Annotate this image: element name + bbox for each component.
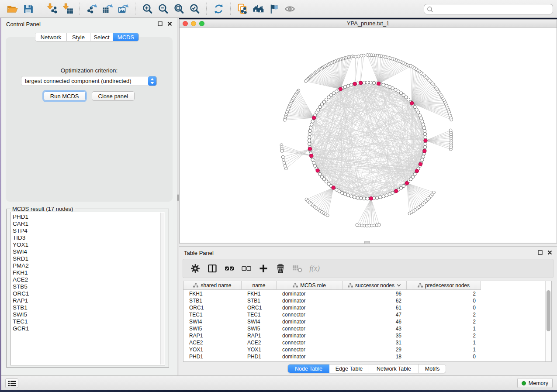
hide-graphics-details-icon[interactable] (266, 2, 282, 16)
table-scrollbar[interactable] (545, 281, 551, 361)
network-overview-icon[interactable] (250, 2, 266, 16)
table-row[interactable]: TEC1TEC1connector472 (183, 311, 545, 318)
network-canvas[interactable] (179, 28, 557, 243)
close-panel-icon[interactable] (167, 21, 173, 27)
optimization-criterion-dropdown[interactable]: largest connected component (undirected) (21, 76, 157, 86)
import-network-icon[interactable] (44, 2, 60, 16)
deselect-all-icon[interactable] (239, 261, 253, 275)
table-row[interactable]: ORC1ORC1dominator610 (183, 304, 545, 311)
table-row[interactable]: FKH1FKH1dominator962 (183, 290, 545, 297)
import-table-icon[interactable] (60, 2, 76, 16)
tab-network-table[interactable]: Network Table (369, 364, 419, 373)
table-cell: 62 (343, 298, 407, 304)
mcds-result-node[interactable]: SWI5 (10, 311, 165, 318)
mcds-list-scrollbar[interactable] (160, 213, 164, 364)
gear-icon[interactable] (188, 261, 202, 275)
table-cell: 0 (407, 354, 481, 360)
node-table-body: FKH1FKH1dominator962STB1STB1dominator620… (183, 290, 545, 360)
split-columns-icon[interactable] (205, 261, 219, 275)
network-titlebar[interactable]: YPA_prune.txt_1 (179, 19, 557, 28)
mcds-result-node[interactable]: RAP1 (10, 297, 165, 304)
search-input[interactable] (433, 6, 550, 13)
list-icon (8, 381, 16, 386)
search-box[interactable] (424, 4, 553, 14)
mcds-result-node[interactable]: TEC1 (10, 318, 165, 325)
tab-network[interactable]: Network (35, 33, 67, 41)
export-network-icon[interactable] (84, 2, 100, 16)
mcds-result-node[interactable]: PHD1 (10, 213, 165, 220)
mcds-result-node[interactable]: ORC1 (10, 290, 165, 297)
horizontal-splitter-handle[interactable] (364, 241, 370, 244)
mcds-result-node[interactable]: TID3 (10, 234, 165, 241)
table-cell: TEC1 (242, 312, 277, 318)
export-table-icon[interactable] (100, 2, 115, 16)
tab-select[interactable]: Select (90, 33, 113, 41)
run-mcds-button[interactable]: Run MCDS (44, 91, 86, 101)
zoom-in-icon[interactable] (139, 2, 155, 16)
mcds-result-node[interactable]: ACE2 (10, 276, 165, 283)
tab-node-table[interactable]: Node Table (288, 364, 329, 373)
zoom-out-icon[interactable] (155, 2, 171, 16)
float-table-panel-icon[interactable] (537, 250, 543, 255)
table-row[interactable]: ACE2ACE2connector311 (183, 339, 545, 346)
column-header-predecessor-nodes[interactable]: predecessor nodes (407, 281, 481, 290)
tree-icon (418, 283, 423, 288)
column-header-successor-nodes[interactable]: successor nodes (343, 281, 407, 290)
table-row[interactable]: RAP1RAP1dominator352 (183, 332, 545, 339)
refresh-layout-icon[interactable] (211, 2, 226, 16)
column-header-MCDS-role[interactable]: MCDS role (277, 281, 343, 290)
tab-edge-table[interactable]: Edge Table (329, 364, 369, 373)
table-row[interactable]: YOX1YOX1connector291 (183, 346, 545, 353)
tab-style[interactable]: Style (67, 33, 90, 41)
save-session-icon[interactable] (20, 2, 36, 16)
table-cell: SWI5 (242, 326, 277, 332)
select-all-icon[interactable] (222, 261, 236, 275)
table-row[interactable]: STB1STB1dominator620 (183, 297, 545, 304)
mcds-tab-content (6, 37, 173, 202)
vertical-splitter-handle[interactable] (177, 194, 179, 201)
mcds-result-node[interactable]: STB1 (10, 304, 165, 311)
tab-motifs[interactable]: Motifs (419, 364, 446, 373)
table-cell: dominator (277, 305, 343, 311)
mcds-result-node[interactable]: STB5 (10, 283, 165, 290)
close-panel-button[interactable]: Close panel (92, 91, 135, 101)
mcds-result-node[interactable]: STP4 (10, 227, 165, 234)
new-network-from-selection-icon[interactable] (235, 2, 250, 16)
table-cell: 1 (407, 347, 481, 353)
close-table-panel-icon[interactable] (547, 250, 553, 255)
table-scrollbar-thumb[interactable] (547, 290, 550, 331)
mcds-result-node[interactable]: FKH1 (10, 269, 165, 276)
table-cell: dominator (277, 354, 343, 360)
table-cell: 2 (407, 333, 481, 339)
memory-button[interactable]: Memory (517, 378, 553, 388)
export-image-icon[interactable] (115, 2, 131, 16)
column-header-shared-name[interactable]: shared name (183, 281, 242, 290)
mcds-result-node[interactable]: CAR1 (10, 220, 165, 227)
table-row[interactable]: SWI5SWI5connector431 (183, 325, 545, 332)
column-header-name[interactable]: name (242, 281, 277, 290)
table-row[interactable]: SWI4SWI4dominator462 (183, 318, 545, 325)
mcds-result-node[interactable]: SWI4 (10, 248, 165, 255)
table-cell: 1 (407, 326, 481, 332)
open-file-icon[interactable] (4, 2, 20, 16)
tree-icon (293, 283, 298, 288)
add-column-icon[interactable] (256, 261, 270, 275)
table-row[interactable]: PHD1PHD1dominator180 (183, 353, 545, 360)
table-cell: YOX1 (242, 347, 277, 353)
mcds-result-node[interactable]: PMA2 (10, 262, 165, 269)
zoom-fit-icon[interactable] (171, 2, 187, 16)
mcds-result-node[interactable]: SRD1 (10, 255, 165, 262)
task-history-button[interactable] (5, 378, 18, 388)
network-view-window: YPA_prune.txt_1 (179, 18, 557, 243)
horizontal-splitter[interactable] (179, 243, 557, 247)
float-panel-icon[interactable] (157, 21, 163, 27)
zoom-selected-icon[interactable] (187, 2, 202, 16)
control-panel-titlebar: Control Panel (1, 18, 177, 30)
mcds-result-list[interactable]: PHD1CAR1STP4TID3YOX1SWI4SRD1PMA2FKH1ACE2… (10, 212, 165, 365)
tab-mcds[interactable]: MCDS (113, 33, 138, 41)
delete-column-icon[interactable] (273, 261, 287, 275)
show-graphics-details-icon[interactable] (282, 2, 298, 16)
network-graph[interactable] (180, 28, 557, 242)
mcds-result-node[interactable]: YOX1 (10, 241, 165, 248)
mcds-result-node[interactable]: GCR1 (10, 325, 165, 332)
